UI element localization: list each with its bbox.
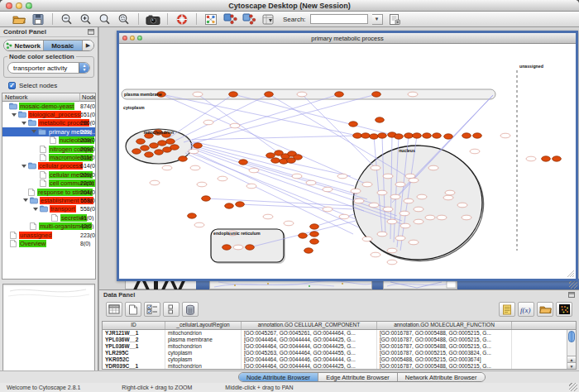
tree-row[interactable]: unassigned223(0) — [2, 231, 95, 239]
tree-row-node-count: 558(0) — [80, 206, 96, 212]
scroll-up-arrow[interactable]: ▲ — [567, 356, 576, 362]
column-header[interactable]: _cellularLayoutRegion — [165, 322, 242, 329]
tree-row[interactable]: Overview8(0) — [2, 239, 95, 247]
network-minimize-button[interactable] — [130, 36, 135, 41]
tree-row[interactable]: cell communicat22(0) — [2, 179, 95, 188]
snapshot-icon[interactable] — [146, 12, 160, 26]
zoom-in-icon[interactable] — [79, 12, 93, 26]
table-row[interactable]: YKR052Ccytoplasm[GO:0044464, GO:0044446,… — [103, 356, 576, 363]
table-row[interactable]: YJR121W__1mitochondrion[GO:0045267, GO:0… — [103, 330, 576, 337]
tree-row[interactable]: primary metabo209(... — [2, 127, 95, 136]
network-overview-icon[interactable] — [203, 12, 218, 26]
column-header[interactable]: ID — [103, 322, 165, 329]
tree-row[interactable]: transport558(0) — [2, 205, 95, 213]
matrix-icon[interactable] — [556, 302, 572, 317]
unselect-attributes-icon[interactable] — [163, 302, 179, 317]
tree-header[interactable]: Network Nodes — [2, 93, 95, 102]
tab-mosaic[interactable]: Mosaic — [44, 41, 84, 50]
tree-row[interactable]: cellular metabo209(0) — [2, 170, 95, 179]
network-zoom-button[interactable] — [137, 36, 142, 41]
network-canvas[interactable]: plasma membranecytoplasmmitochondrionnuc… — [119, 44, 576, 279]
minimize-button[interactable] — [16, 2, 22, 9]
scrollbar-thumb[interactable] — [568, 331, 575, 342]
network-tree: Network Nodes mosaic-demo-yeast874(0)bio… — [2, 93, 96, 280]
graph-node-colored — [413, 133, 422, 138]
attribute-table-header[interactable]: ID_cellularLayoutRegionannotation.GO CEL… — [103, 322, 576, 330]
expander-icon[interactable] — [23, 198, 28, 202]
table-row[interactable]: YPL036W__1mitochondrion[GO:0044464, GO:0… — [103, 343, 576, 350]
page-icon — [39, 154, 47, 161]
vizmapper-icon[interactable] — [223, 12, 237, 26]
tree-row-label: mosaic-demo-yeast — [19, 103, 74, 110]
tab-edge-attribute-browser[interactable]: Edge Attribute Browser — [318, 373, 398, 381]
table-scrollbar[interactable]: ▲ ▼ — [567, 330, 576, 369]
tree-row[interactable]: cellular process614(0) — [2, 162, 95, 170]
zoom-selected-icon[interactable] — [98, 12, 112, 26]
new-attribute-icon[interactable] — [125, 302, 141, 317]
notes-icon[interactable] — [499, 302, 515, 317]
tree-row[interactable]: nitrogen compo209(0) — [2, 145, 95, 153]
tree-row[interactable]: macromolecule311(0) — [2, 153, 95, 161]
import-table-icon[interactable] — [261, 12, 275, 26]
tree-row[interactable]: nucleobase-209(0) — [2, 136, 95, 145]
graph-node-colored — [542, 156, 551, 161]
column-header[interactable]: annotation.GO CELLULAR_COMPONENT — [242, 322, 377, 329]
graph-node-colored — [265, 92, 274, 97]
node-color-selection-group: Node color selection transporter activit… — [3, 56, 94, 78]
app-resize-grip[interactable] — [569, 383, 577, 391]
tab-network-attribute-browser[interactable]: Network Attribute Browser — [398, 373, 485, 381]
import-attributes-icon[interactable] — [537, 302, 553, 317]
select-attributes-icon[interactable] — [144, 302, 160, 317]
zoom-out-icon[interactable] — [60, 12, 74, 26]
attribute-grid-icon[interactable] — [106, 302, 122, 317]
expander-icon[interactable] — [12, 113, 17, 117]
tree-row[interactable]: multi-organism pro42(0) — [2, 222, 95, 230]
float-data-panel-icon[interactable] — [568, 292, 575, 298]
expander-icon[interactable] — [31, 130, 36, 133]
tree-row[interactable]: establishment of lo558(0) — [2, 196, 95, 204]
tree-row[interactable]: mosaic-demo-yeast874(0) — [2, 102, 95, 110]
column-header[interactable]: annotation.GO MOLECULAR_FUNCTION — [377, 322, 512, 329]
tabs-overflow-arrow[interactable]: ▶ — [83, 41, 93, 50]
birdseye-view-panel[interactable] — [2, 284, 95, 376]
tab-node-attribute-browser[interactable]: Node Attribute Browser — [239, 373, 318, 381]
plasma-membrane-label: plasma membrane — [124, 92, 162, 97]
filter-icon[interactable] — [242, 12, 256, 26]
search-dropdown-button[interactable]: ▼ — [372, 14, 383, 25]
window-titlebar[interactable]: Cytoscape Desktop (New Session) — [0, 0, 579, 12]
search-label: Search: — [283, 16, 306, 23]
tree-row[interactable]: metabolic process280(0) — [2, 119, 95, 127]
network-close-button[interactable] — [122, 36, 127, 41]
table-row[interactable]: YPL036W__2plasma membrane[GO:0044464, GO… — [103, 337, 576, 343]
function-builder-icon[interactable]: f(x) — [518, 302, 534, 317]
network-window-titlebar[interactable]: primary metabolic process — [119, 33, 576, 44]
delete-attribute-icon[interactable] — [182, 302, 199, 317]
table-row[interactable]: YLR295Ccytoplasm[GO:0045263, GO:0044464,… — [103, 350, 576, 356]
search-input[interactable] — [310, 14, 368, 24]
window-resize-grip[interactable] — [569, 280, 577, 289]
status-bar: Welcome to Cytoscape 2.8.1 Right-click +… — [0, 383, 579, 392]
select-nodes-checkbox[interactable]: ✓ — [8, 82, 16, 89]
close-button[interactable] — [6, 2, 12, 9]
canvas-resize-grip — [572, 275, 574, 277]
zoom-window-button[interactable] — [26, 2, 32, 9]
search-settings-icon[interactable] — [387, 12, 402, 26]
tree-row[interactable]: response to stimulu264(0) — [2, 188, 95, 196]
tab-network[interactable]: Network — [4, 41, 44, 50]
open-file-icon[interactable] — [12, 12, 26, 26]
scroll-down-arrow[interactable]: ▼ — [567, 362, 576, 369]
folder-icon — [38, 128, 46, 136]
zoom-fit-icon[interactable] — [117, 12, 132, 26]
tree-row[interactable]: secretion41(0) — [2, 213, 95, 222]
help-icon[interactable] — [175, 12, 189, 26]
node-color-dropdown[interactable]: transporter activity ▲▼ — [7, 62, 90, 74]
expander-icon[interactable] — [22, 122, 26, 125]
tree-row[interactable]: biological_process651(0) — [2, 110, 95, 118]
expander-icon[interactable] — [22, 165, 26, 168]
float-panel-icon[interactable] — [88, 29, 94, 35]
graph-node — [409, 178, 419, 183]
save-session-icon[interactable] — [31, 12, 45, 26]
page-icon — [27, 189, 36, 196]
table-row[interactable]: YDR039C__1mitochondrion[GO:0044464, GO:0… — [103, 363, 576, 370]
expander-icon[interactable] — [33, 208, 38, 211]
